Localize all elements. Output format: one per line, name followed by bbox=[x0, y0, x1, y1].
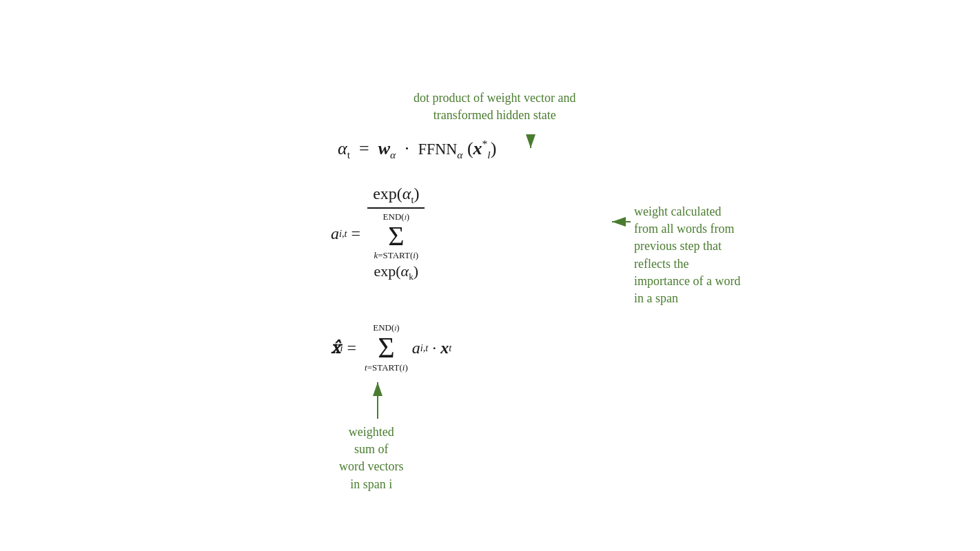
top-annotation: dot product of weight vector and transfo… bbox=[414, 90, 575, 124]
equation-x-hat: x̂i = END(i) Σ t=START(i) ai,t · xt bbox=[331, 322, 451, 373]
equation-alpha: αt = wα · FFNNα (x*l) bbox=[338, 138, 496, 161]
bottom-annotation: weighted sum of word vectors in span i bbox=[339, 424, 403, 493]
annotation-arrows bbox=[0, 0, 980, 551]
equation-a-it: ai,t = exp(αt) END(i) Σ k=START(i) exp(α… bbox=[331, 185, 427, 282]
right-annotation: weight calculated from all words from pr… bbox=[634, 203, 740, 307]
